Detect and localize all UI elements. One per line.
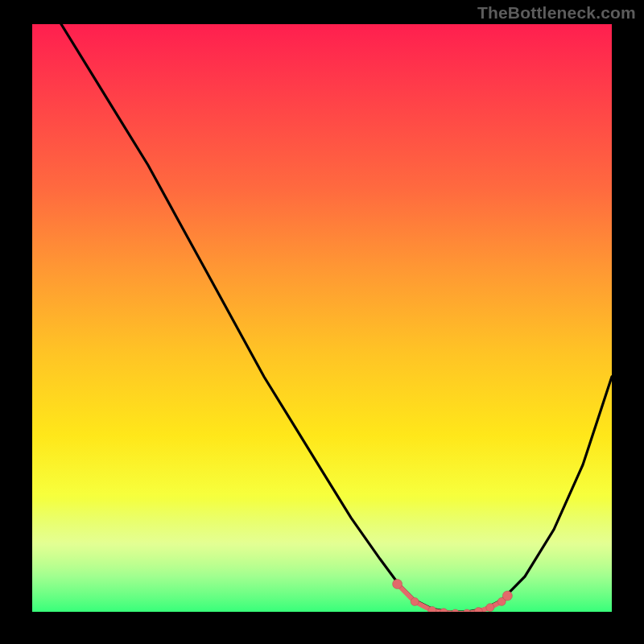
curve-svg <box>32 24 612 612</box>
bottleneck-curve <box>61 24 612 612</box>
chart-frame: TheBottleneck.com <box>0 0 644 644</box>
highlight-dot <box>486 604 494 612</box>
plot-area <box>32 24 612 612</box>
highlight-region <box>393 580 513 613</box>
highlight-dot <box>411 597 419 605</box>
watermark-text: TheBottleneck.com <box>477 3 636 23</box>
highlight-dot <box>463 609 471 612</box>
highlight-dot <box>440 609 448 612</box>
highlight-dot <box>502 591 512 601</box>
highlight-dot <box>452 609 460 612</box>
highlight-dot <box>393 580 402 589</box>
